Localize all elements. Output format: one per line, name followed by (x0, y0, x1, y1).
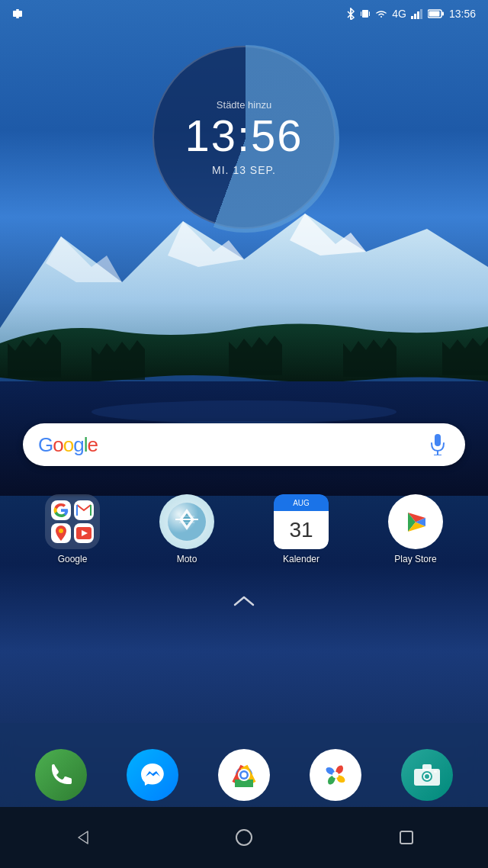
bluetooth-icon (346, 8, 355, 20)
home-button[interactable] (225, 818, 263, 857)
svg-point-50 (236, 830, 252, 845)
signal-icon (411, 8, 423, 19)
photos-dock-icon[interactable] (310, 749, 361, 801)
wifi-icon (375, 9, 387, 18)
vibrate-icon (360, 8, 371, 19)
search-bar[interactable]: Google (23, 423, 465, 466)
google-folder-icon[interactable] (45, 494, 100, 549)
clock-inner: Städte hinzu 13:56 MI. 13 SEP. (185, 99, 303, 176)
app-drawer-arrow[interactable] (233, 595, 255, 607)
clock-date: MI. 13 SEP. (185, 164, 303, 176)
google-maps-icon (51, 523, 71, 543)
svg-point-24 (59, 529, 63, 533)
notification-icon (12, 8, 23, 19)
calendar-icon[interactable]: AUG 31 (274, 494, 329, 549)
svg-rect-9 (16, 17, 19, 18)
google-folder-label: Google (58, 554, 88, 564)
clock-time: 13:56 (185, 114, 303, 158)
calendar-header: AUG (274, 494, 329, 511)
svg-rect-12 (361, 11, 361, 16)
moto-app-group[interactable]: Moto (159, 494, 214, 564)
network-type: 4G (392, 8, 406, 20)
calendar-label: Kalender (283, 554, 319, 564)
clock-widget[interactable]: Städte hinzu 13:56 MI. 13 SEP. (152, 46, 336, 229)
youtube-icon (74, 523, 94, 543)
svg-rect-19 (441, 12, 444, 16)
svg-rect-44 (422, 764, 432, 770)
svg-marker-49 (79, 831, 88, 844)
playstore-app-group[interactable]: Play Store (388, 494, 443, 564)
svg-rect-48 (434, 770, 437, 773)
svg-rect-20 (429, 11, 439, 17)
status-left (12, 8, 23, 19)
bottom-dock (0, 749, 488, 801)
moto-icon[interactable] (159, 494, 214, 549)
status-right: 4G 13:56 (346, 8, 476, 20)
svg-point-47 (425, 774, 429, 779)
gmail-icon (74, 500, 94, 520)
calendar-day: 31 (274, 511, 329, 549)
navigation-bar (0, 807, 488, 868)
svg-rect-21 (435, 434, 441, 446)
svg-rect-51 (400, 831, 413, 844)
google-folder-group[interactable]: Google (45, 494, 100, 564)
playstore-icon[interactable] (388, 494, 443, 549)
chrome-dock-icon[interactable] (218, 749, 270, 801)
main-app-row: Google Moto (0, 494, 488, 564)
svg-point-5 (92, 400, 396, 423)
battery-icon (428, 9, 445, 18)
svg-point-42 (332, 772, 339, 778)
playstore-label: Play Store (394, 554, 436, 564)
messenger-dock-icon[interactable] (127, 749, 178, 801)
status-bar: 4G 13:56 (0, 0, 488, 27)
back-button[interactable] (63, 818, 101, 857)
camera-dock-icon[interactable] (401, 749, 453, 801)
svg-rect-17 (420, 9, 422, 19)
clock-subtitle: Städte hinzu (185, 99, 303, 111)
svg-rect-14 (411, 16, 413, 19)
svg-rect-13 (369, 11, 370, 16)
calendar-app-group[interactable]: AUG 31 Kalender (274, 494, 329, 564)
mic-icon[interactable] (425, 432, 450, 457)
moto-label: Moto (177, 554, 197, 564)
svg-rect-11 (362, 10, 368, 18)
svg-rect-8 (13, 11, 22, 17)
svg-rect-7 (16, 9, 19, 11)
google-logo: Google (38, 433, 98, 457)
status-time: 13:56 (449, 8, 476, 20)
google-g-icon (51, 500, 71, 520)
svg-rect-16 (417, 11, 419, 19)
phone-dock-icon[interactable] (35, 749, 87, 801)
svg-rect-15 (414, 14, 416, 19)
recent-apps-button[interactable] (387, 818, 425, 857)
svg-point-40 (242, 773, 247, 778)
